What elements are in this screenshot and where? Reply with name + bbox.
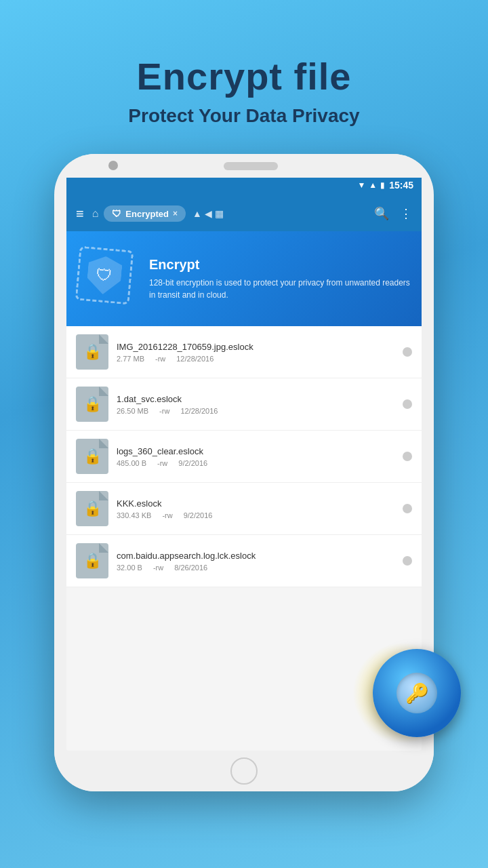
banner-shield-icon: 🛡 [77, 248, 138, 309]
chip-shield-icon: 🛡 [112, 208, 121, 219]
file-permissions: -rw [162, 511, 172, 519]
lock-icon: 🔒 [83, 395, 102, 413]
file-date: 9/2/2016 [178, 459, 207, 467]
file-list-item[interactable]: 🔒 1.dat_svc.eslock 26.50 MB -rw 12/28/20… [66, 378, 422, 431]
sort-filter-icon[interactable]: ◀ [205, 208, 212, 219]
file-meta: 32.00 B -rw 8/26/2016 [117, 564, 394, 572]
signal-icon: ▲ [369, 180, 377, 190]
banner-description: 128-bit encryption is used to protect yo… [149, 277, 411, 301]
keyhole-icon: 🔑 [405, 682, 429, 705]
file-list-item[interactable]: 🔒 KKK.eslock 330.43 KB -rw 9/2/2016 [66, 483, 422, 535]
lock-icon: 🔒 [83, 343, 102, 361]
wifi-icon: ▼ [357, 180, 365, 190]
file-permissions: -rw [157, 459, 167, 467]
file-icon: 🔒 [76, 439, 108, 474]
banner-text: Encrypt 128-bit encryption is used to pr… [149, 257, 411, 301]
shield-lock-icon: 🛡 [96, 265, 113, 285]
status-time: 15:45 [389, 180, 413, 191]
file-size: 330.43 KB [117, 511, 151, 519]
file-list-item[interactable]: 🔒 com.baidu.appsearch.log.lck.eslock 32.… [66, 535, 422, 587]
file-info: IMG_20161228_170659.jpg.eslock 2.77 MB -… [117, 342, 394, 363]
file-size: 485.00 B [117, 459, 146, 467]
file-meta: 485.00 B -rw 9/2/2016 [117, 459, 394, 467]
phone-speaker [224, 162, 278, 170]
file-icon: 🔒 [76, 334, 108, 370]
battery-icon: ▮ [380, 180, 385, 190]
file-select-dot[interactable] [403, 556, 412, 566]
file-size: 32.00 B [117, 564, 142, 572]
file-name: com.baidu.appsearch.log.lck.eslock [117, 551, 394, 561]
file-size: 26.50 MB [117, 407, 148, 415]
phone-bottom-bar [54, 751, 434, 791]
file-icon: 🔒 [76, 543, 108, 578]
file-date: 12/28/2016 [180, 407, 218, 415]
file-size: 2.77 MB [117, 355, 144, 363]
file-icon: 🔒 [76, 387, 108, 422]
chip-close-button[interactable]: × [173, 209, 178, 218]
breadcrumb-chip[interactable]: 🛡 Encrypted × [104, 205, 186, 222]
float-lock-inner: 🔑 [396, 673, 437, 713]
file-name: 1.dat_svc.eslock [117, 394, 394, 404]
breadcrumb-label: Encrypted [125, 209, 169, 219]
file-info: KKK.eslock 330.43 KB -rw 9/2/2016 [117, 498, 394, 519]
phone-top-bar [54, 154, 434, 178]
file-permissions: -rw [153, 564, 163, 572]
file-list: 🔒 IMG_20161228_170659.jpg.eslock 2.77 MB… [66, 326, 422, 587]
search-button[interactable]: 🔍 [371, 203, 392, 224]
file-list-item[interactable]: 🔒 IMG_20161228_170659.jpg.eslock 2.77 MB… [66, 326, 422, 378]
grid-icon[interactable]: ▦ [215, 208, 224, 219]
more-button[interactable]: ⋮ [397, 203, 415, 224]
file-permissions: -rw [159, 407, 169, 415]
file-name: KKK.eslock [117, 498, 394, 509]
file-select-dot[interactable] [403, 452, 412, 461]
file-icon: 🔒 [76, 491, 108, 526]
file-date: 8/26/2016 [174, 564, 207, 572]
sort-icons: ▲ ◀ ▦ [192, 208, 224, 219]
file-list-item[interactable]: 🔒 logs_360_clear.eslock 485.00 B -rw 9/2… [66, 431, 422, 483]
status-icons: ▼ ▲ ▮ [357, 180, 385, 190]
file-info: logs_360_clear.eslock 485.00 B -rw 9/2/2… [117, 446, 394, 467]
file-permissions: -rw [155, 355, 165, 363]
file-info: 1.dat_svc.eslock 26.50 MB -rw 12/28/2016 [117, 394, 394, 415]
encrypt-banner: 🛡 Encrypt 128-bit encryption is used to … [66, 231, 422, 326]
file-meta: 330.43 KB -rw 9/2/2016 [117, 511, 394, 519]
lock-icon: 🔒 [83, 500, 102, 517]
file-meta: 2.77 MB -rw 12/28/2016 [117, 355, 394, 363]
phone-mockup: ▼ ▲ ▮ 15:45 ≡ ⌂ 🛡 Encrypted × ▲ ◀ ▦ [54, 154, 434, 818]
file-info: com.baidu.appsearch.log.lck.eslock 32.00… [117, 551, 394, 572]
hero-title: Encrypt file [128, 54, 359, 98]
app-bar: ≡ ⌂ 🛡 Encrypted × ▲ ◀ ▦ 🔍 ⋮ [66, 196, 422, 231]
banner-title: Encrypt [149, 257, 411, 273]
file-select-dot[interactable] [403, 347, 412, 357]
file-select-dot[interactable] [403, 504, 412, 513]
file-date: 9/2/2016 [184, 511, 213, 519]
file-name: logs_360_clear.eslock [117, 446, 394, 456]
menu-button[interactable]: ≡ [73, 203, 87, 224]
lock-icon: 🔒 [83, 448, 102, 465]
file-meta: 26.50 MB -rw 12/28/2016 [117, 407, 394, 415]
float-lock-button[interactable]: 🔑 [373, 649, 461, 737]
home-button[interactable]: ⌂ [92, 208, 99, 220]
phone-camera [108, 161, 118, 170]
home-button-circle[interactable] [230, 757, 258, 785]
file-name: IMG_20161228_170659.jpg.eslock [117, 342, 394, 352]
hero-section: Encrypt file Protect Your Data Privacy [128, 54, 359, 127]
file-select-dot[interactable] [403, 399, 412, 409]
file-date: 12/28/2016 [176, 355, 214, 363]
hero-subtitle: Protect Your Data Privacy [128, 105, 359, 127]
sort-up-icon[interactable]: ▲ [192, 208, 202, 219]
lock-icon: 🔒 [83, 552, 102, 570]
